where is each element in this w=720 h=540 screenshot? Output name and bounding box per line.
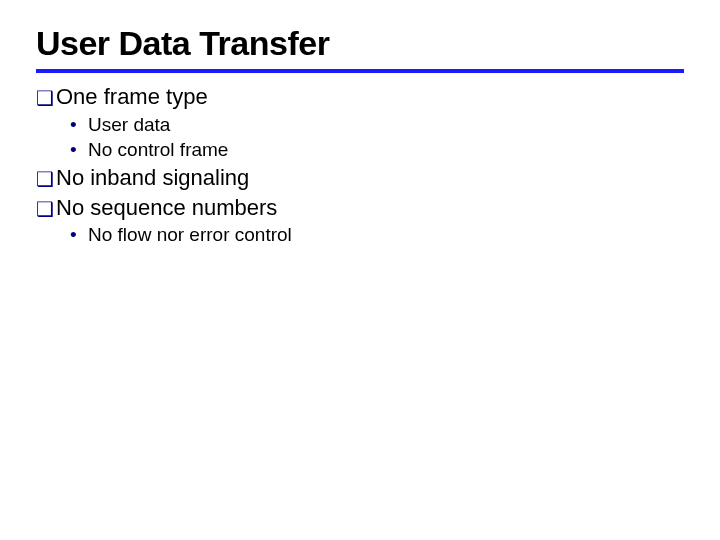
square-bullet-icon: ❑ [36,167,56,191]
list-item-label: One frame type [56,83,684,111]
list-item-label: No inband signaling [56,164,684,192]
list-item-label: No sequence numbers [56,194,684,222]
list-item-label: User data [88,113,684,137]
dot-bullet-icon: • [70,223,88,247]
list-item-label: No flow nor error control [88,223,684,247]
dot-bullet-icon: • [70,138,88,162]
list-item: ❑ One frame type [36,83,684,111]
slide: User Data Transfer ❑ One frame type • Us… [0,0,720,540]
title-underline [36,69,684,73]
list-item: ❑ No sequence numbers [36,194,684,222]
list-item: • User data [70,113,684,137]
slide-content: ❑ One frame type • User data • No contro… [36,83,684,247]
list-item-label: No control frame [88,138,684,162]
slide-title: User Data Transfer [36,24,684,63]
dot-bullet-icon: • [70,113,88,137]
list-item: • No flow nor error control [70,223,684,247]
square-bullet-icon: ❑ [36,197,56,221]
square-bullet-icon: ❑ [36,86,56,110]
list-item: ❑ No inband signaling [36,164,684,192]
list-item: • No control frame [70,138,684,162]
